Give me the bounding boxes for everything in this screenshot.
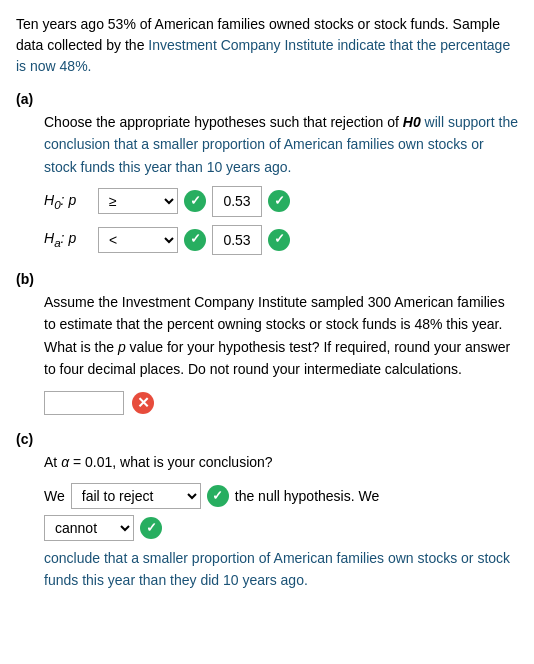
part-c-label: (c) [16, 431, 33, 447]
part-b-content: Assume the Investment Company Institute … [44, 291, 518, 415]
ha-dropdown[interactable]: < ≤ = ≥ > [98, 227, 178, 253]
we-label: We [44, 485, 65, 507]
part-b-p-italic: p [118, 339, 126, 355]
part-a-text1: Choose the appropriate hypotheses such t… [44, 114, 403, 130]
cannot-dropdown[interactable]: cannot can [44, 515, 134, 541]
part-c-section: (c) At α = 0.01, what is your conclusion… [16, 431, 518, 592]
ha-check-icon: ✓ [184, 229, 206, 251]
intro-paragraph: Ten years ago 53% of American families o… [16, 14, 518, 77]
h0-value-check-icon: ✓ [268, 190, 290, 212]
pvalue-input[interactable] [44, 391, 124, 415]
ha-label: Ha: p [44, 227, 92, 252]
conclusion-row2: cannot can ✓ conclude that a smaller pro… [44, 515, 518, 592]
part-c-content: At α = 0.01, what is your conclusion? We… [44, 451, 518, 592]
fail-reject-dropdown[interactable]: fail to reject reject [71, 483, 201, 509]
part-b-label: (b) [16, 271, 34, 287]
h0-row: H0: p ≥ ≤ = < > ✓ 0.53 ✓ [44, 186, 518, 216]
conclusion-text: conclude that a smaller proportion of Am… [44, 547, 518, 592]
part-a-section: (a) Choose the appropriate hypotheses su… [16, 91, 518, 255]
conclusion-check1-icon: ✓ [207, 485, 229, 507]
ha-value: 0.53 [212, 225, 262, 255]
h0-label: H0: p [44, 189, 92, 214]
part-c-text1: At α = 0.01, what is your conclusion? [44, 454, 273, 470]
h0-check-icon: ✓ [184, 190, 206, 212]
part-a-header: (a) [16, 91, 518, 107]
conclusion-check2-icon: ✓ [140, 517, 162, 539]
part-c-header: (c) [16, 431, 518, 447]
part-a-label: (a) [16, 91, 33, 107]
conclusion-row1: We fail to reject reject ✓ the null hypo… [44, 483, 518, 509]
error-icon: ✕ [132, 392, 154, 414]
part-a-h0-italic: H0 [403, 114, 421, 130]
h0-dropdown[interactable]: ≥ ≤ = < > [98, 188, 178, 214]
ha-row: Ha: p < ≤ = ≥ > ✓ 0.53 ✓ [44, 225, 518, 255]
part-b-header: (b) [16, 271, 518, 287]
pvalue-row: ✕ [44, 391, 518, 415]
part-b-section: (b) Assume the Investment Company Instit… [16, 271, 518, 415]
text-null-hypothesis: the null hypothesis. We [235, 485, 380, 507]
h0-value: 0.53 [212, 186, 262, 216]
ha-value-check-icon: ✓ [268, 229, 290, 251]
part-a-content: Choose the appropriate hypotheses such t… [44, 111, 518, 255]
